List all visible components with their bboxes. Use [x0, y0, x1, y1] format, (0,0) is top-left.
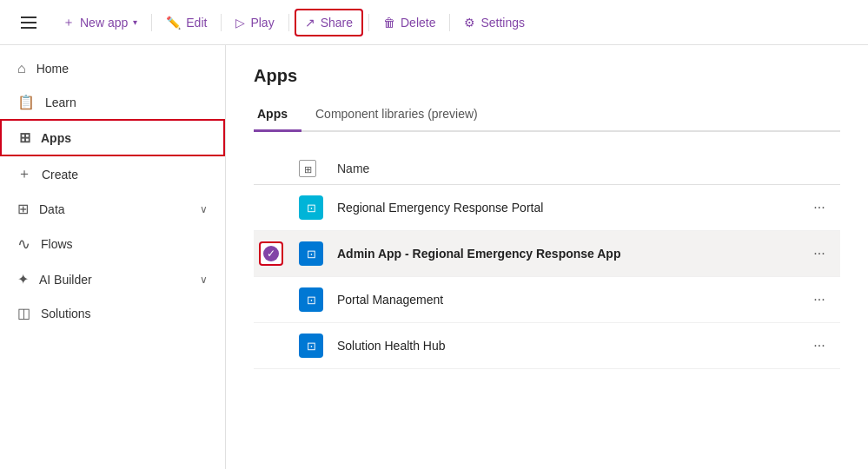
home-icon: ⌂ — [17, 61, 26, 76]
new-app-button[interactable]: ＋ New app ▾ — [54, 10, 146, 36]
apps-list: ⊡Regional Emergency Response Portal··· ✓… — [254, 185, 840, 369]
share-label: Share — [321, 16, 353, 30]
delete-button[interactable]: 🗑 Delete — [374, 10, 444, 35]
more-options-button[interactable]: ··· — [805, 194, 833, 221]
settings-icon: ⚙ — [464, 16, 475, 30]
page-title: Apps — [254, 66, 840, 86]
table-row[interactable]: ✓ ⊡Admin App - Regional Emergency Respon… — [254, 231, 840, 277]
share-button[interactable]: ↗ Share — [295, 9, 363, 36]
data-icon: ⊞ — [17, 201, 29, 217]
play-label: Play — [250, 16, 274, 30]
hamburger-menu[interactable] — [14, 10, 43, 36]
edit-icon: ✏️ — [166, 16, 181, 30]
delete-label: Delete — [401, 16, 435, 30]
toolbar: ＋ New app ▾ ✏️ Edit ▷ Play ↗ Share 🗑 Del… — [0, 0, 868, 45]
chevron-down-icon-ai: ∨ — [200, 274, 208, 286]
row-check-cell: ✓ — [254, 241, 288, 266]
more-options-button[interactable]: ··· — [805, 240, 833, 268]
play-button[interactable]: ▷ Play — [227, 10, 282, 35]
learn-icon: 📋 — [17, 94, 35, 110]
row-actions-cell: ··· — [805, 240, 840, 268]
divider-4 — [368, 14, 369, 31]
settings-label: Settings — [480, 16, 525, 30]
table-row[interactable]: ⊡Regional Emergency Response Portal··· — [254, 185, 840, 231]
selected-check-box: ✓ — [259, 241, 283, 266]
row-actions-cell: ··· — [805, 332, 840, 360]
sidebar-item-flows[interactable]: ∿ Flows — [0, 226, 225, 262]
sidebar-item-label-create: Create — [42, 168, 208, 182]
row-app-icon: ⊡ — [299, 334, 327, 358]
row-app-name: Solution Health Hub — [337, 339, 795, 353]
divider-1 — [151, 14, 152, 31]
more-options-button[interactable]: ··· — [805, 286, 833, 314]
row-app-name: Admin App - Regional Emergency Response … — [337, 247, 795, 261]
row-actions-cell: ··· — [805, 286, 840, 314]
ai-builder-icon: ✦ — [17, 271, 29, 287]
sidebar-item-label-learn: Learn — [45, 96, 208, 109]
sidebar-item-apps[interactable]: ⊞ Apps — [0, 119, 225, 156]
app-icon-graphic: ⊡ — [299, 241, 323, 266]
sidebar-item-label-home: Home — [36, 62, 208, 76]
sidebar-item-ai-builder[interactable]: ✦ AI Builder ∨ — [0, 262, 225, 296]
solutions-icon: ◫ — [17, 305, 30, 321]
check-inner: ✓ — [263, 246, 279, 261]
tabs-container: Apps Component libraries (preview) — [254, 100, 840, 132]
delete-icon: 🗑 — [383, 16, 395, 30]
create-icon: ＋ — [17, 165, 31, 183]
row-app-name: Portal Management — [337, 293, 795, 307]
app-icon-graphic: ⊡ — [299, 287, 323, 312]
apps-icon: ⊞ — [19, 129, 30, 146]
table-row[interactable]: ⊡Portal Management··· — [254, 277, 840, 323]
app-icon-graphic: ⊡ — [299, 334, 323, 358]
settings-button[interactable]: ⚙ Settings — [455, 10, 533, 35]
sidebar-item-label-apps: Apps — [41, 131, 206, 145]
share-icon: ↗ — [305, 16, 315, 30]
flows-icon: ∿ — [17, 234, 30, 254]
header-name: Name — [337, 162, 795, 175]
sidebar-item-solutions[interactable]: ◫ Solutions — [0, 296, 225, 330]
sidebar-item-create[interactable]: ＋ Create — [0, 156, 225, 192]
header-icon-col: ⊞ — [299, 160, 327, 177]
main-layout: ⌂ Home 📋 Learn ⊞ Apps ＋ Create ⊞ Data ∨ … — [0, 45, 868, 469]
plus-icon: ＋ — [63, 15, 75, 30]
sidebar-item-label-ai-builder: AI Builder — [39, 273, 189, 287]
tab-apps[interactable]: Apps — [254, 100, 301, 132]
row-actions-cell: ··· — [805, 194, 840, 221]
sidebar-item-learn[interactable]: 📋 Learn — [0, 85, 225, 119]
sidebar-item-label-data: Data — [39, 202, 189, 216]
new-app-label: New app — [80, 16, 128, 30]
row-app-icon: ⊡ — [299, 195, 327, 220]
edit-button[interactable]: ✏️ Edit — [157, 10, 215, 35]
more-options-button[interactable]: ··· — [805, 332, 833, 360]
edit-label: Edit — [186, 16, 207, 30]
chevron-down-icon: ∨ — [200, 203, 208, 215]
sidebar-item-label-solutions: Solutions — [41, 307, 208, 320]
sidebar: ⌂ Home 📋 Learn ⊞ Apps ＋ Create ⊞ Data ∨ … — [0, 45, 226, 469]
divider-3 — [288, 14, 289, 31]
header-app-icon: ⊞ — [299, 160, 316, 177]
table-header: ⊞ Name — [254, 153, 840, 185]
divider-2 — [221, 14, 222, 31]
sidebar-item-label-flows: Flows — [41, 237, 208, 251]
play-icon: ▷ — [235, 16, 245, 30]
sidebar-item-home[interactable]: ⌂ Home — [0, 52, 225, 85]
divider-5 — [449, 14, 450, 31]
row-app-name: Regional Emergency Response Portal — [337, 201, 795, 215]
row-app-icon: ⊡ — [299, 241, 327, 266]
row-app-icon: ⊡ — [299, 287, 327, 312]
tab-component-libraries[interactable]: Component libraries (preview) — [312, 100, 492, 132]
table-row[interactable]: ⊡Solution Health Hub··· — [254, 323, 840, 369]
chevron-down-icon: ▾ — [133, 17, 137, 27]
content-area: Apps Apps Component libraries (preview) … — [226, 45, 868, 469]
sidebar-item-data[interactable]: ⊞ Data ∨ — [0, 192, 225, 226]
app-icon-graphic: ⊡ — [299, 195, 323, 220]
